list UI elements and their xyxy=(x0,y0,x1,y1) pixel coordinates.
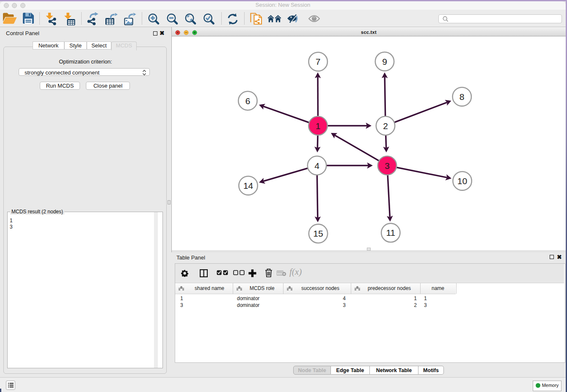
svg-text:9: 9 xyxy=(382,57,387,66)
svg-text:3: 3 xyxy=(385,161,390,171)
svg-text:10: 10 xyxy=(457,176,467,186)
svg-text:4: 4 xyxy=(314,161,319,171)
svg-text:14: 14 xyxy=(243,181,253,190)
svg-text:1: 1 xyxy=(316,121,321,131)
svg-text:7: 7 xyxy=(316,57,321,66)
svg-text:11: 11 xyxy=(386,228,395,237)
svg-text:15: 15 xyxy=(313,229,323,238)
svg-text:2: 2 xyxy=(383,121,388,131)
svg-text:8: 8 xyxy=(460,92,465,102)
svg-text:6: 6 xyxy=(245,96,250,106)
